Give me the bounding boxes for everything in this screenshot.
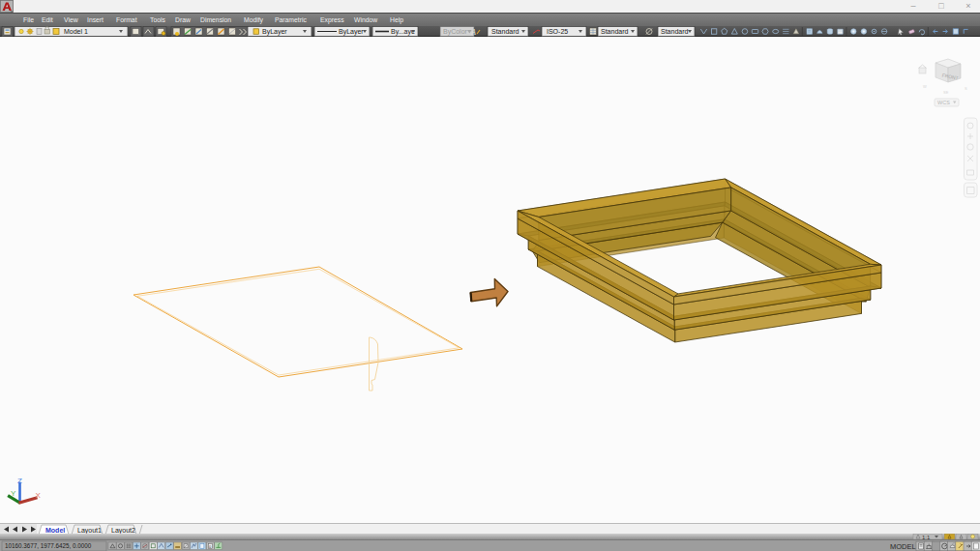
svg-text:SE: SE <box>943 90 949 95</box>
svg-text:ByColor: ByColor <box>443 28 468 36</box>
svg-text:By...aye: By...aye <box>391 28 415 36</box>
svg-text:Model: Model <box>45 527 65 534</box>
svg-text:ByLayer: ByLayer <box>262 28 287 36</box>
svg-text:A: A <box>470 28 476 37</box>
svg-text:Model 1: Model 1 <box>64 28 88 35</box>
svg-text:10160.3677, 1977.6425, 0.0000: 10160.3677, 1977.6425, 0.0000 <box>5 542 92 549</box>
svg-text:S: S <box>965 86 967 91</box>
svg-text:Standard: Standard <box>601 28 629 35</box>
svg-text:Standard: Standard <box>661 28 689 35</box>
svg-text:Z: Z <box>17 477 22 485</box>
svg-text:Y: Y <box>11 489 16 498</box>
svg-text:ByLayer: ByLayer <box>339 28 364 36</box>
svg-text:W: W <box>923 84 927 89</box>
svg-text:Standard: Standard <box>491 28 520 35</box>
svg-text:WCS: WCS <box>937 100 950 105</box>
svg-text:ISO-25: ISO-25 <box>547 28 568 35</box>
svg-text:X: X <box>36 491 42 500</box>
svg-text:MODEL: MODEL <box>890 542 916 551</box>
